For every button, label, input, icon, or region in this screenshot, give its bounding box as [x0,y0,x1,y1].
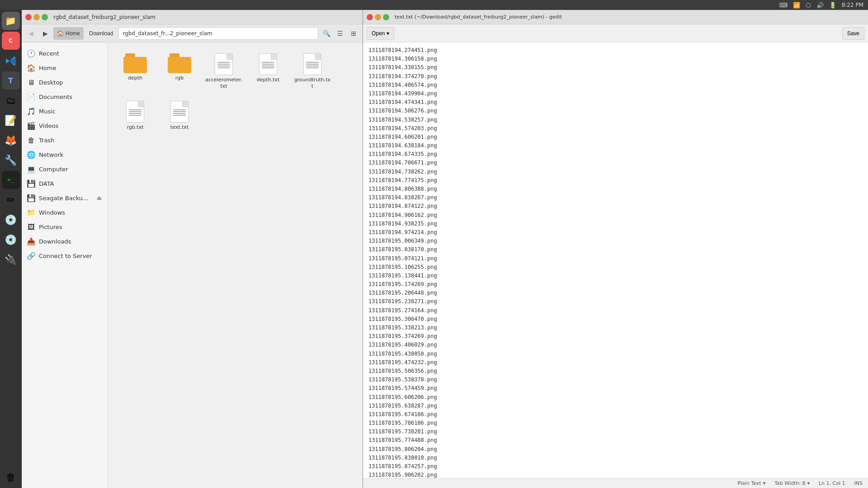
taskbar-trash[interactable]: 🗑 [2,468,20,486]
taskbar: 📁 C T 🗂 📝 🦊 🔧 >_ ✏ 💿 💿 🔌 🗑 [0,10,22,488]
network-icon[interactable]: 📶 [793,2,800,9]
gedit-statusbar: Plain Text ▾ Tab Width: 8 ▾ Ln 1, Col 1 … [363,478,868,488]
downloads-icon: 📥 [27,237,35,245]
back-button[interactable]: ◀ [24,27,37,40]
battery-icon[interactable]: 🔋 [829,2,836,9]
taskbar-files[interactable]: 📁 [2,12,20,30]
documents-icon: 📄 [27,93,35,101]
grid-view-button[interactable]: ⊞ [347,27,360,40]
music-icon: 🎵 [27,107,35,115]
tab-width-selector[interactable]: Tab Width: 8 ▾ [774,480,810,486]
gedit-line: 1311878195.638287.png [368,402,863,410]
gedit-line: 1311878195.906202.png [368,471,863,478]
gedit-line: 1311878194.674335.png [368,150,863,159]
bluetooth-icon[interactable]: ⬡ [806,2,811,9]
gedit-line: 1311878195.574459.png [368,384,863,393]
gedit-line: 1311878195.538378.png [368,375,863,384]
gedit-minimize[interactable] [375,14,381,20]
sidebar-item-data[interactable]: 💾DATA [22,176,107,191]
file-item-depth_txt[interactable]: depth.txt [248,50,288,94]
file-manager-toolbar: ◀ ▶ 🏠 Home Download rgbd_dataset_fr...2_… [22,24,363,42]
sidebar-label-trash: Trash [39,137,54,144]
cursor-position[interactable]: Ln 1, Col 1 [819,480,845,486]
volume-icon[interactable]: 🔊 [816,2,824,9]
sidebar-label-connect: Connect to Server [39,253,92,259]
home-button[interactable]: 🏠 Home [53,27,84,40]
sidebar-item-documents[interactable]: 📄Documents [22,89,107,104]
file-item-depth[interactable]: depth [115,50,156,94]
folder-icon-rgb [168,53,191,73]
taskbar-firefox[interactable]: 🦊 [2,131,20,149]
sidebar-item-downloads[interactable]: 📥Downloads [22,234,107,249]
taskbar-gedit[interactable]: 📝 [2,111,20,129]
gedit-line: 1311878194.838267.png [368,193,863,202]
sidebar-item-connect[interactable]: 🔗Connect to Server [22,249,107,263]
folder-icon-depth [123,53,147,73]
open-button[interactable]: Open ▾ [367,27,394,40]
language-selector[interactable]: Plain Text ▾ [737,480,765,486]
breadcrumb[interactable]: rgbd_dataset_fr...2_pioneer_slam [118,27,318,40]
forward-button[interactable]: ▶ [39,27,52,40]
txt-icon-accelerometer [215,53,233,75]
sidebar-item-recent[interactable]: 🕐Recent [22,46,107,61]
sidebar-item-home[interactable]: 🏠Home [22,61,107,75]
gedit-line: 1311878194.306158.png [368,55,863,63]
eject-seagate[interactable]: ⏏ [97,195,102,201]
main-area: 📁 C T 🗂 📝 🦊 🔧 >_ ✏ 💿 💿 🔌 🗑 [0,10,868,488]
taskbar-typora[interactable]: T [2,71,20,89]
gedit-line: 1311878195.238271.png [368,297,863,306]
sidebar-item-computer[interactable]: 💻Computer [22,162,107,176]
taskbar-nautilus[interactable]: 🗂 [2,91,20,109]
trash-icon: 🗑 [27,136,35,144]
search-button[interactable]: 🔍 [320,27,333,40]
list-view-button[interactable]: ☰ [334,27,346,40]
gedit-close[interactable] [367,14,373,20]
file-manager-maximize[interactable] [42,14,48,20]
file-manager-close[interactable] [25,14,32,20]
insert-mode[interactable]: INS [854,480,863,486]
taskbar-terminal[interactable]: >_ [2,171,20,189]
taskbar-vscode[interactable] [2,52,20,70]
gedit-line: 1311878194.774175.png [368,176,863,185]
file-manager-minimize[interactable] [33,14,40,20]
file-manager-controls [25,14,48,20]
taskbar-disk2[interactable]: 💿 [2,230,20,249]
gedit-line: 1311878194.538257.png [368,116,863,124]
taskbar-settings[interactable]: 🔧 [2,151,20,169]
gedit-line: 1311878195.674186.png [368,410,863,419]
gedit-line: 1311878194.974214.png [368,228,863,237]
taskbar-usb[interactable]: 🔌 [2,250,20,268]
sidebar-item-music[interactable]: 🎵Music [22,104,107,118]
gedit-maximize[interactable] [383,14,389,20]
seagate-icon: 💾 [27,194,35,202]
taskbar-pencil[interactable]: ✏ [2,191,20,209]
taskbar-disk1[interactable]: 💿 [2,211,20,229]
sidebar-item-videos[interactable]: 🎬Videos [22,118,107,133]
file-manager-window: rgbd_dataset_freiburg2_pioneer_slam ◀ ▶ … [22,10,363,488]
file-label-accelerometer: accelerometer.txt [205,77,242,90]
save-button[interactable]: Save [842,27,864,40]
toolbar-right: 🔍 ☰ ⊞ [320,27,360,40]
file-label-rgb_txt: rgb.txt [127,124,144,131]
keyboard-icon[interactable]: ⌨ [779,2,788,9]
sidebar-item-windows[interactable]: 📁Windows [22,205,107,220]
file-item-rgb[interactable]: rgb [159,50,200,94]
file-item-groundtruth[interactable]: groundtruth.txt [292,50,333,94]
home-icon: 🏠 [27,64,35,72]
sidebar-item-seagate[interactable]: 💾Seagate Backu...⏏ [22,191,107,205]
file-item-rgb_txt[interactable]: rgb.txt [115,97,156,134]
file-item-accelerometer[interactable]: accelerometer.txt [203,50,244,94]
sidebar-item-pictures[interactable]: 🖼Pictures [22,220,107,234]
download-button[interactable]: Download [85,27,117,40]
sidebar-item-desktop[interactable]: 🖥Desktop [22,75,107,89]
sidebar-item-trash[interactable]: 🗑Trash [22,133,107,147]
sidebar-item-network[interactable]: 🌐Network [22,147,107,162]
taskbar-clion[interactable]: C [2,32,20,50]
gedit-line: 1311878195.774488.png [368,436,863,445]
gedit-line: 1311878194.506276.png [368,107,863,115]
gedit-line: 1311878195.738201.png [368,427,863,436]
desktop-icon: 🖥 [27,78,35,86]
gedit-line: 1311878194.406574.png [368,81,863,89]
file-item-text_txt[interactable]: text.txt [159,97,200,134]
gedit-content[interactable]: 1311878194.274451.png1311878194.306158.p… [363,42,868,478]
